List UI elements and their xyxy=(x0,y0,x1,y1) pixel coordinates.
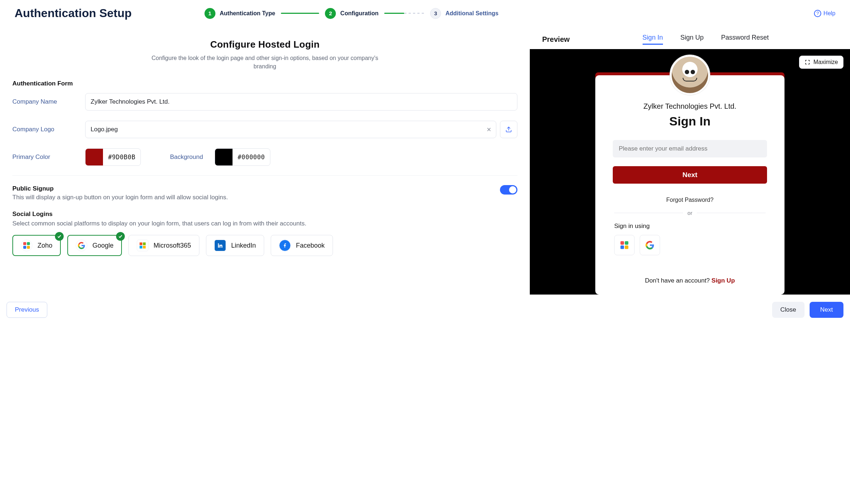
selected-badge xyxy=(116,232,125,241)
company-name-input[interactable] xyxy=(85,93,517,111)
step-1-circle: 1 xyxy=(204,8,215,19)
mini-social-google[interactable] xyxy=(640,235,660,255)
cta-prefix: Don't have an account? xyxy=(645,277,711,284)
svg-rect-3 xyxy=(23,246,26,249)
social-label: Zoho xyxy=(37,242,52,249)
social-label: LinkedIn xyxy=(231,242,256,249)
tab-password-reset[interactable]: Password Reset xyxy=(721,34,769,45)
signin-using-label: Sign in using xyxy=(614,223,766,230)
step-3-circle: 3 xyxy=(430,8,441,19)
email-input[interactable] xyxy=(613,140,767,157)
section-authentication-form: Authentication Form xyxy=(12,80,517,87)
toggle-knob xyxy=(509,186,516,193)
preview-header: Preview Sign In Sign Up Password Reset xyxy=(530,29,850,49)
config-subtitle: Configure the look of the login page and… xyxy=(141,54,389,71)
public-signup-desc: This will display a sign-up button on yo… xyxy=(12,194,228,201)
social-label: Microsoft365 xyxy=(154,242,191,249)
background-color-swatch xyxy=(215,148,233,166)
selected-badge xyxy=(55,232,64,241)
maximize-icon xyxy=(805,59,810,65)
social-option-microsoft365[interactable]: Microsoft365 xyxy=(128,235,199,256)
primary-color-picker[interactable]: #9D0B0B xyxy=(85,148,141,166)
preview-tabs: Sign In Sign Up Password Reset xyxy=(643,34,769,45)
signup-link[interactable]: Sign Up xyxy=(711,277,735,284)
svg-rect-4 xyxy=(27,246,30,249)
primary-color-hex: #9D0B0B xyxy=(103,153,140,161)
mini-social-zoho[interactable] xyxy=(614,235,635,255)
page-title: Authentication Setup xyxy=(15,7,132,20)
card-heading: Sign In xyxy=(606,114,774,128)
maximize-button[interactable]: Maximize xyxy=(799,56,843,69)
card-next-button[interactable]: Next xyxy=(613,166,767,184)
social-label: Facebook xyxy=(296,242,325,249)
row-company-logo: Company Logo ✕ xyxy=(12,121,517,138)
connector-1 xyxy=(281,13,319,14)
signup-cta: Don't have an account? Sign Up xyxy=(606,277,774,284)
google-icon xyxy=(646,241,654,249)
maximize-label: Maximize xyxy=(813,59,838,65)
social-logins-grid: Zoho Google Microsoft365 xyxy=(12,235,517,256)
login-card: Zylker Technologies Pvt. Ltd. Sign In Ne… xyxy=(595,75,785,295)
background-color-picker[interactable]: #000000 xyxy=(215,148,270,166)
svg-rect-10 xyxy=(625,241,628,245)
zoho-icon xyxy=(620,240,629,250)
linkedin-icon xyxy=(214,240,226,251)
social-option-linkedin[interactable]: LinkedIn xyxy=(206,235,264,256)
public-signup-title: Public Signup xyxy=(12,185,228,192)
step-additional-settings[interactable]: 3 Additional Settings xyxy=(430,8,499,19)
next-button[interactable]: Next xyxy=(810,302,843,318)
avatar xyxy=(670,55,710,95)
step-2-circle: 2 xyxy=(325,8,336,19)
previous-button[interactable]: Previous xyxy=(7,302,47,318)
help-label: Help xyxy=(823,10,835,17)
label-primary-color: Primary Color xyxy=(12,153,85,161)
primary-color-swatch xyxy=(86,148,103,166)
header-bar: Authentication Setup 1 Authentication Ty… xyxy=(0,0,850,29)
step-1-label: Authentication Type xyxy=(220,10,275,17)
upload-logo-button[interactable] xyxy=(500,121,517,138)
mini-socials xyxy=(614,235,766,255)
connector-2a xyxy=(384,13,404,14)
svg-rect-11 xyxy=(620,245,624,249)
wizard-steps: 1 Authentication Type 2 Configuration 3 … xyxy=(204,8,499,19)
social-option-google[interactable]: Google xyxy=(67,235,122,256)
svg-rect-5 xyxy=(140,243,143,245)
company-logo-input[interactable] xyxy=(85,121,496,138)
step-2-label: Configuration xyxy=(340,10,378,17)
background-color-hex: #000000 xyxy=(233,153,270,161)
preview-pane: Preview Sign In Sign Up Password Reset M… xyxy=(530,29,850,295)
svg-rect-9 xyxy=(620,241,624,245)
config-title: Configure Hosted Login xyxy=(12,39,517,50)
footer-bar: Previous Close Next xyxy=(0,295,850,325)
help-link[interactable]: ? Help xyxy=(814,10,835,17)
tab-sign-in[interactable]: Sign In xyxy=(643,34,663,45)
close-button[interactable]: Close xyxy=(772,302,805,318)
svg-rect-2 xyxy=(27,242,30,245)
microsoft-icon xyxy=(137,240,148,251)
login-card-wrap: Zylker Technologies Pvt. Ltd. Sign In Ne… xyxy=(595,75,785,295)
google-icon xyxy=(76,240,87,251)
label-company-logo: Company Logo xyxy=(12,126,85,133)
label-company-name: Company Name xyxy=(12,98,85,105)
step-authentication-type[interactable]: 1 Authentication Type xyxy=(204,8,275,19)
svg-rect-6 xyxy=(143,243,146,245)
label-background: Background xyxy=(170,153,203,161)
svg-rect-12 xyxy=(625,245,628,249)
social-option-zoho[interactable]: Zoho xyxy=(12,235,61,256)
help-icon: ? xyxy=(814,10,821,17)
svg-rect-8 xyxy=(143,246,146,249)
row-colors: Primary Color #9D0B0B Background #000000 xyxy=(12,148,517,166)
facebook-icon xyxy=(279,240,291,251)
social-logins-title: Social Logins xyxy=(12,211,517,218)
preview-title: Preview xyxy=(542,35,570,44)
clear-logo-icon[interactable]: ✕ xyxy=(486,126,491,133)
divider-1 xyxy=(12,175,517,176)
public-signup-toggle[interactable] xyxy=(500,185,517,195)
step-configuration[interactable]: 2 Configuration xyxy=(325,8,378,19)
or-divider: or xyxy=(614,210,766,216)
connector-2b xyxy=(404,13,424,14)
social-option-facebook[interactable]: Facebook xyxy=(271,235,333,256)
row-company-name: Company Name xyxy=(12,93,517,111)
tab-sign-up[interactable]: Sign Up xyxy=(680,34,704,45)
forgot-password-link[interactable]: Forgot Password? xyxy=(606,197,774,203)
